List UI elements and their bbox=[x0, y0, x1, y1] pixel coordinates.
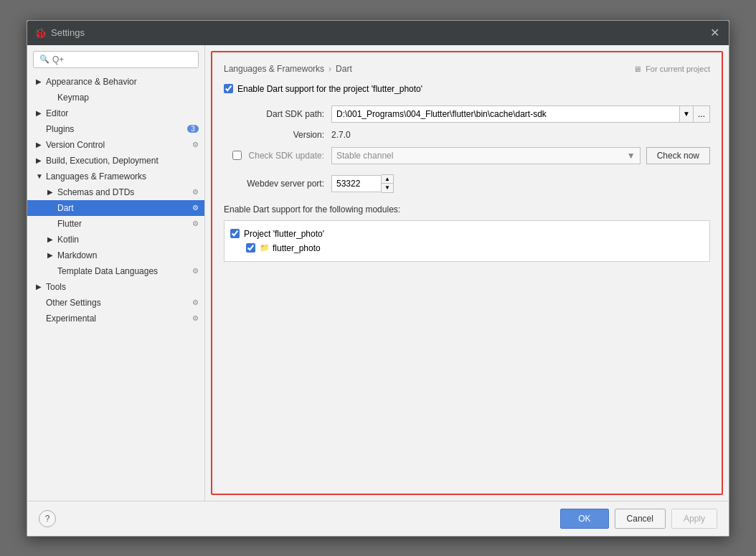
sidebar-item-label: Tools bbox=[46, 282, 66, 292]
arrow-icon: ▶ bbox=[36, 77, 43, 85]
nav-tree: ▶ Appearance & Behavior Keymap ▶ Editor … bbox=[27, 74, 204, 501]
dialog-body: 🔍 ▶ Appearance & Behavior Keymap ▶ Edito… bbox=[27, 45, 729, 501]
sidebar-item-keymap[interactable]: Keymap bbox=[27, 90, 204, 105]
channel-value: Stable channel bbox=[336, 151, 393, 161]
module-flutter-photo-checkbox[interactable] bbox=[246, 243, 255, 253]
breadcrumb: Languages & Frameworks › Dart 🖥 For curr… bbox=[224, 64, 710, 74]
breadcrumb-separator: › bbox=[329, 64, 331, 74]
bottom-bar: ? OK Cancel Apply bbox=[27, 501, 729, 536]
breadcrumb-part1: Languages & Frameworks bbox=[224, 64, 324, 74]
settings-app-icon: 🐞 bbox=[34, 27, 47, 39]
sidebar-item-label: Build, Execution, Deployment bbox=[46, 156, 159, 166]
sidebar-item-markdown[interactable]: ▶ Markdown bbox=[27, 248, 204, 263]
sidebar-item-build-execution[interactable]: ▶ Build, Execution, Deployment bbox=[27, 153, 204, 169]
breadcrumb-part2: Dart bbox=[336, 64, 352, 74]
sidebar-item-tools[interactable]: ▶ Tools bbox=[27, 279, 204, 295]
sidebar-item-label: Kotlin bbox=[57, 235, 79, 245]
sdk-path-label: Dart SDK path: bbox=[224, 109, 324, 119]
arrow-icon: ▶ bbox=[47, 188, 55, 196]
sidebar-item-dart[interactable]: Dart ⚙ bbox=[27, 200, 204, 216]
sdk-path-browse-button[interactable]: ... bbox=[694, 105, 710, 123]
webdev-label: Webdev server port: bbox=[224, 179, 324, 189]
arrow-icon: ▶ bbox=[36, 141, 43, 149]
modules-label: Enable Dart support for the following mo… bbox=[224, 204, 710, 215]
module-row-project: Project 'flutter_photo' bbox=[230, 227, 704, 241]
sync-icon: ⚙ bbox=[192, 267, 199, 275]
dialog-title: Settings bbox=[51, 27, 707, 38]
sidebar-item-label: Schemas and DTDs bbox=[57, 187, 192, 197]
arrow-icon: ▼ bbox=[36, 172, 43, 180]
sidebar-item-label: Keymap bbox=[57, 93, 89, 103]
module-project-checkbox[interactable] bbox=[230, 229, 240, 238]
sidebar-item-plugins[interactable]: Plugins 3 bbox=[27, 121, 204, 137]
sidebar-item-label: Appearance & Behavior bbox=[46, 77, 137, 87]
arrow-icon: ▶ bbox=[36, 109, 43, 117]
sidebar-item-template-data-languages[interactable]: Template Data Languages ⚙ bbox=[27, 263, 204, 279]
sidebar-item-label: Flutter bbox=[57, 219, 192, 229]
version-value: 2.7.0 bbox=[331, 130, 351, 140]
port-spinners: ▲ ▼ bbox=[382, 174, 394, 193]
webdev-port-row: Webdev server port: ▲ ▼ bbox=[224, 174, 710, 193]
port-decrement-button[interactable]: ▼ bbox=[382, 184, 393, 192]
sdk-path-row: Dart SDK path: ▼ ... bbox=[224, 105, 710, 123]
channel-dropdown[interactable]: Stable channel ▼ bbox=[331, 147, 641, 164]
arrow-icon: ▶ bbox=[47, 251, 55, 259]
module-project-label: Project 'flutter_photo' bbox=[244, 229, 324, 239]
sdk-path-dropdown-button[interactable]: ▼ bbox=[680, 105, 694, 123]
sidebar-item-label: Plugins bbox=[46, 124, 187, 134]
sidebar-item-experimental[interactable]: Experimental ⚙ bbox=[27, 311, 204, 326]
module-flutter-photo-label: flutter_photo bbox=[273, 243, 321, 253]
ok-button[interactable]: OK bbox=[560, 509, 608, 529]
plugins-badge: 3 bbox=[187, 125, 199, 133]
sidebar-item-appearance-behavior[interactable]: ▶ Appearance & Behavior bbox=[27, 74, 204, 90]
sidebar-item-other-settings[interactable]: Other Settings ⚙ bbox=[27, 295, 204, 311]
sidebar-item-languages-frameworks[interactable]: ▼ Languages & Frameworks bbox=[27, 169, 204, 184]
cancel-button[interactable]: Cancel bbox=[615, 509, 666, 529]
arrow-icon: ▶ bbox=[36, 156, 43, 164]
folder-icon: 📁 bbox=[260, 243, 270, 253]
sidebar-item-label: Version Control bbox=[46, 140, 192, 150]
project-icon: 🖥 bbox=[633, 65, 641, 73]
search-box[interactable]: 🔍 bbox=[33, 51, 199, 68]
close-button[interactable]: ✕ bbox=[707, 26, 722, 40]
search-input[interactable] bbox=[52, 55, 192, 65]
help-button[interactable]: ? bbox=[39, 510, 56, 527]
sdk-path-input[interactable] bbox=[331, 105, 680, 123]
apply-button[interactable]: Apply bbox=[671, 509, 717, 529]
channel-dropdown-arrow: ▼ bbox=[627, 151, 635, 161]
sync-icon: ⚙ bbox=[192, 220, 199, 227]
sidebar-item-label: Experimental bbox=[46, 314, 192, 324]
sidebar-item-version-control[interactable]: ▶ Version Control ⚙ bbox=[27, 137, 204, 153]
search-icon: 🔍 bbox=[39, 55, 49, 64]
check-sdk-row: Check SDK update: Stable channel ▼ Check… bbox=[224, 147, 710, 164]
sync-icon: ⚙ bbox=[192, 298, 199, 306]
content-panel: Languages & Frameworks › Dart 🖥 For curr… bbox=[211, 51, 723, 495]
title-bar: 🐞 Settings ✕ bbox=[27, 21, 729, 45]
sidebar-item-label: Editor bbox=[46, 108, 68, 118]
sidebar-item-label: Template Data Languages bbox=[57, 266, 192, 276]
sync-icon: ⚙ bbox=[192, 204, 199, 212]
sidebar-item-label: Languages & Frameworks bbox=[46, 171, 146, 182]
sidebar-item-editor[interactable]: ▶ Editor bbox=[27, 105, 204, 121]
sidebar-item-label: Dart bbox=[57, 203, 192, 213]
version-row: Version: 2.7.0 bbox=[224, 130, 710, 140]
sync-icon: ⚙ bbox=[192, 314, 199, 322]
sidebar-item-schemas-dtds[interactable]: ▶ Schemas and DTDs ⚙ bbox=[27, 184, 204, 200]
main-content: Languages & Frameworks › Dart 🖥 For curr… bbox=[205, 45, 729, 501]
sync-icon: ⚙ bbox=[192, 141, 199, 149]
port-increment-button[interactable]: ▲ bbox=[382, 175, 393, 184]
webdev-port-input[interactable] bbox=[331, 175, 382, 192]
settings-dialog: 🐞 Settings ✕ 🔍 ▶ Appearance & Behavior K… bbox=[27, 20, 729, 537]
sidebar-item-kotlin[interactable]: ▶ Kotlin bbox=[27, 232, 204, 248]
enable-dart-row: Enable Dart support for the project 'flu… bbox=[224, 84, 710, 94]
sidebar-item-flutter[interactable]: Flutter ⚙ bbox=[27, 216, 204, 232]
sync-icon: ⚙ bbox=[192, 188, 199, 196]
modules-tree: Project 'flutter_photo' 📁 flutter_photo bbox=[224, 220, 710, 262]
check-sdk-checkbox[interactable] bbox=[232, 151, 242, 160]
enable-dart-label: Enable Dart support for the project 'flu… bbox=[237, 84, 422, 94]
action-buttons: OK Cancel Apply bbox=[560, 509, 717, 529]
sidebar: 🔍 ▶ Appearance & Behavior Keymap ▶ Edito… bbox=[27, 45, 205, 501]
check-now-button[interactable]: Check now bbox=[646, 147, 710, 164]
enable-dart-checkbox[interactable] bbox=[224, 84, 233, 93]
arrow-icon: ▶ bbox=[36, 283, 43, 291]
